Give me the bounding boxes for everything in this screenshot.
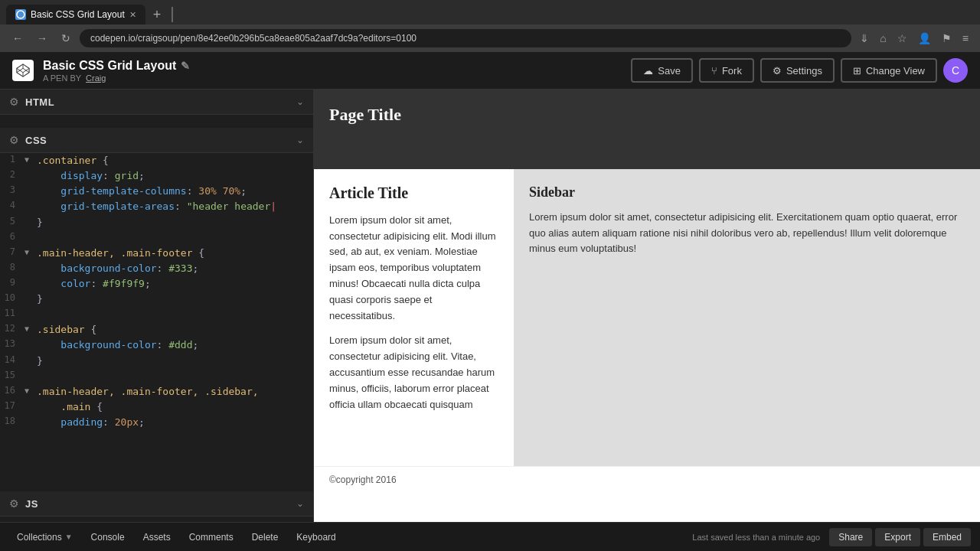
new-tab-button[interactable]: + <box>149 5 166 24</box>
fold-triangle[interactable]: ▼ <box>24 246 37 256</box>
code-line: 7 ▼ .main-header, .main-footer { <box>0 246 313 261</box>
close-tab-icon[interactable]: ✕ <box>129 10 136 20</box>
fold-triangle <box>24 354 37 356</box>
code-content: } <box>37 215 310 230</box>
change-view-button[interactable]: ⊞ Change View <box>841 58 937 83</box>
fold-triangle <box>24 307 37 309</box>
line-number: 4 <box>3 199 24 210</box>
home-icon[interactable]: ⌂ <box>876 29 890 47</box>
code-line: 1 ▼ .container { <box>0 153 313 168</box>
profile-icon[interactable]: 👤 <box>914 29 935 47</box>
tab-bar: Basic CSS Grid Layout ✕ + <box>0 0 980 24</box>
save-icon: ☁ <box>643 65 653 77</box>
code-content: display: grid; <box>37 168 310 184</box>
refresh-button[interactable]: ↻ <box>57 29 75 47</box>
save-button[interactable]: ☁ Save <box>631 58 693 83</box>
forward-button[interactable]: → <box>32 29 52 47</box>
address-input[interactable] <box>80 29 851 47</box>
line-number: 8 <box>3 261 24 272</box>
preview-article-p1: Lorem ipsum dolor sit amet, consectetur … <box>329 213 498 324</box>
collections-button[interactable]: Collections ▼ <box>9 528 80 546</box>
js-gear-icon[interactable]: ⚙ <box>9 497 19 510</box>
cursor-indicator <box>172 7 175 22</box>
collections-label: Collections <box>17 532 62 543</box>
back-button[interactable]: ← <box>8 29 28 47</box>
code-line: 2 display: grid; <box>0 168 313 184</box>
export-button[interactable]: Export <box>875 528 920 546</box>
download-icon[interactable]: ⇓ <box>856 29 873 47</box>
preview-sidebar-text: Lorem ipsum dolor sit amet, consectetur … <box>529 210 965 257</box>
fork-label: Fork <box>722 65 742 77</box>
js-panel-toggle[interactable]: ⌄ <box>296 498 304 509</box>
line-number: 14 <box>3 354 24 365</box>
css-panel-toggle[interactable]: ⌄ <box>296 135 304 145</box>
code-content: color: #f9f9f9; <box>37 276 310 292</box>
code-line: 5 } <box>0 215 313 230</box>
css-panel-header[interactable]: ⚙ CSS ⌄ <box>0 128 313 153</box>
code-line: 15 <box>0 369 313 384</box>
cp-author[interactable]: Craig <box>86 73 106 83</box>
fold-triangle <box>24 215 37 217</box>
console-button[interactable]: Console <box>83 528 132 546</box>
cp-title-text: Basic CSS Grid Layout <box>43 59 176 73</box>
save-label: Save <box>658 65 681 77</box>
change-view-icon: ⊞ <box>853 65 861 77</box>
fork-button[interactable]: ⑂ Fork <box>699 58 754 83</box>
avatar[interactable]: C <box>943 58 968 83</box>
menu-icon[interactable]: ≡ <box>959 29 972 47</box>
pen-by-label: A PEN BY <box>43 73 81 83</box>
html-gear-icon[interactable]: ⚙ <box>9 96 19 108</box>
line-number: 6 <box>3 230 24 242</box>
extension-icon[interactable]: ⚑ <box>938 29 956 47</box>
code-content: } <box>37 292 310 307</box>
share-button[interactable]: Share <box>829 528 872 546</box>
preview-article-p2: Lorem ipsum dolor sit amet, consectetur … <box>329 333 498 412</box>
cp-title: Basic CSS Grid Layout ✎ <box>43 59 622 73</box>
settings-button[interactable]: ⚙ Settings <box>760 58 835 83</box>
line-number: 12 <box>3 322 24 334</box>
fold-triangle <box>24 168 37 171</box>
code-content: grid-template-columns: 30% 70%; <box>37 184 310 199</box>
comments-button[interactable]: Comments <box>181 528 241 546</box>
fold-triangle <box>24 337 37 340</box>
preview-page-title: Page Title <box>329 105 965 125</box>
code-content: grid-template-areas: "header header| <box>37 199 310 214</box>
codepen-logo[interactable] <box>12 60 34 81</box>
fold-triangle[interactable]: ▼ <box>24 322 37 333</box>
code-line: 3 grid-template-columns: 30% 70%; <box>0 184 313 199</box>
assets-button[interactable]: Assets <box>136 528 178 546</box>
code-line: 16 ▼ .main-header, .main-footer, .sideba… <box>0 384 313 399</box>
code-content: .sidebar { <box>37 322 310 337</box>
fold-triangle[interactable]: ▼ <box>24 384 37 395</box>
css-gear-icon[interactable]: ⚙ <box>9 134 19 146</box>
fold-triangle <box>24 261 37 263</box>
html-panel-header[interactable]: ⚙ HTML ⌄ <box>0 90 313 115</box>
html-panel-toggle[interactable]: ⌄ <box>296 96 304 107</box>
css-section: ⚙ CSS ⌄ 1 ▼ .container { 2 display: grid… <box>0 128 313 491</box>
fold-triangle[interactable]: ▼ <box>24 153 37 164</box>
keyboard-label: Keyboard <box>296 532 335 543</box>
edit-icon[interactable]: ✎ <box>181 60 190 72</box>
code-line: 8 background-color: #333; <box>0 261 313 276</box>
js-panel-header[interactable]: ⚙ JS ⌄ <box>0 491 313 517</box>
bookmark-icon[interactable]: ☆ <box>893 29 911 47</box>
line-number: 9 <box>3 276 24 288</box>
delete-button[interactable]: Delete <box>244 528 286 546</box>
tab-favicon <box>15 9 26 20</box>
css-code-area[interactable]: 1 ▼ .container { 2 display: grid; 3 grid… <box>0 153 313 491</box>
console-label: Console <box>91 532 125 543</box>
fold-triangle <box>24 230 37 233</box>
keyboard-button[interactable]: Keyboard <box>289 528 343 546</box>
assets-label: Assets <box>143 532 171 543</box>
preview-header: Page Title <box>314 90 980 169</box>
line-number: 2 <box>3 168 24 180</box>
line-number: 15 <box>3 369 24 380</box>
active-tab[interactable]: Basic CSS Grid Layout ✕ <box>6 5 145 24</box>
tab-title: Basic CSS Grid Layout <box>31 9 125 20</box>
code-content: } <box>37 354 310 369</box>
code-line: 12 ▼ .sidebar { <box>0 322 313 337</box>
preview-sidebar: Sidebar Lorem ipsum dolor sit amet, cons… <box>514 169 980 466</box>
embed-button[interactable]: Embed <box>923 528 971 546</box>
preview-article-title: Article Title <box>329 184 498 202</box>
line-number: 10 <box>3 292 24 303</box>
